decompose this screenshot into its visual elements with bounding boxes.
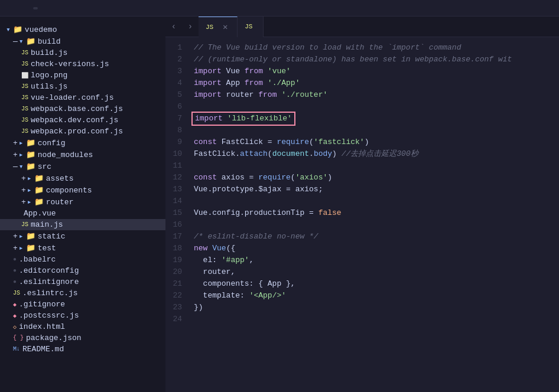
sidebar-item-assets[interactable]: +▸📁assets	[0, 172, 165, 184]
code-line-4: import App from './App'	[194, 77, 559, 89]
sidebar-item-eslintignore[interactable]: ●.eslintignore	[0, 276, 165, 288]
sidebar-label-webpack_base_conf_js: webpack.base.conf.js	[31, 104, 123, 113]
sidebar-label-assets: assets	[46, 174, 74, 183]
sidebar-label-babelrc: .babelrc	[19, 255, 56, 264]
sidebar-label-check_versions_js: check-versions.js	[31, 60, 109, 68]
line-num-24: 24	[170, 313, 182, 325]
line-num-19: 19	[170, 254, 182, 266]
sidebar-header	[0, 17, 165, 24]
tab-main-js[interactable]: JS ✕	[199, 17, 238, 37]
line-num-12: 12	[170, 172, 182, 184]
sidebar-label-package_json: package.json	[26, 334, 82, 342]
sidebar-item-readme_md[interactable]: M↓README.md	[0, 344, 165, 355]
sidebar-item-node_modules[interactable]: +▸📁node_modules	[0, 149, 165, 161]
sidebar-content: ▾📁vuedemo—▾📁buildJSbuild.jsJScheck-versi…	[0, 24, 165, 392]
sidebar-item-vuedemo[interactable]: ▾📁vuedemo	[0, 24, 165, 35]
line-num-4: 4	[170, 77, 182, 89]
sidebar-item-test[interactable]: +▸📁test	[0, 242, 165, 254]
line-num-11: 11	[170, 160, 182, 172]
sidebar-label-editorconfig: .editorconfig	[19, 266, 79, 275]
code-line-11	[194, 160, 559, 172]
tab-bar: ‹ › JS ✕ JS	[165, 17, 559, 37]
code-line-20: router,	[194, 266, 559, 278]
sidebar-item-logo_png[interactable]: ⬜logo.png	[0, 70, 165, 81]
menu-edit[interactable]	[19, 7, 24, 9]
sidebar-label-webpack_dev_conf_js: webpack.dev.conf.js	[31, 116, 118, 125]
sidebar-item-components[interactable]: +▸📁components	[0, 184, 165, 196]
sidebar-item-index_html[interactable]: ◇index.html	[0, 321, 165, 332]
menu-file[interactable]	[5, 7, 9, 9]
line-num-13: 13	[170, 184, 182, 195]
sidebar-label-main_js: main.js	[31, 220, 63, 229]
sidebar-item-src[interactable]: —▾📁src	[0, 161, 165, 172]
sidebar-item-check_versions_js[interactable]: JScheck-versions.js	[0, 58, 165, 70]
code-editor[interactable]: 123456789101112131415161718192021222324 …	[165, 37, 559, 392]
line-num-5: 5	[170, 89, 182, 101]
sidebar-item-build[interactable]: —▾📁build	[0, 35, 165, 47]
sidebar-label-webpack_prod_conf_js: webpack.prod.conf.js	[31, 127, 123, 136]
sidebar-item-main_js[interactable]: JSmain.js	[0, 219, 165, 230]
sidebar: ▾📁vuedemo—▾📁buildJSbuild.jsJScheck-versi…	[0, 17, 165, 392]
line-num-1: 1	[170, 42, 182, 54]
sidebar-label-eslintignore: .eslintignore	[19, 277, 79, 286]
code-content: // The Vue build version to load with th…	[189, 37, 559, 392]
code-line-2: // (runtime-only or standalone) has been…	[194, 54, 559, 66]
sidebar-label-src: src	[38, 162, 51, 171]
sidebar-item-app_vue[interactable]: App.vue	[0, 208, 165, 219]
line-num-8: 8	[170, 125, 182, 136]
sidebar-item-build_js[interactable]: JSbuild.js	[0, 47, 165, 58]
sidebar-item-babelrc[interactable]: ●.babelrc	[0, 254, 165, 265]
code-line-21: components: { App },	[194, 278, 559, 290]
sidebar-item-gitignore[interactable]: ◆.gitignore	[0, 299, 165, 310]
sidebar-label-build_js: build.js	[31, 48, 67, 57]
menu-view[interactable]	[61, 7, 66, 9]
menu-bar	[0, 0, 559, 17]
menu-find[interactable]	[47, 7, 52, 9]
code-line-1: // The Vue build version to load with th…	[194, 42, 559, 54]
tab-close-main-js[interactable]: ✕	[220, 22, 230, 32]
sidebar-label-test: test	[38, 244, 56, 253]
sidebar-label-utils_js: utils.js	[31, 82, 67, 91]
sidebar-item-static[interactable]: +▸📁static	[0, 230, 165, 242]
code-line-18: new Vue({	[194, 243, 559, 254]
menu-project[interactable]	[104, 7, 109, 9]
code-line-9: const FastClick = require('fastclick')	[194, 136, 559, 148]
sidebar-label-vuedemo: vuedemo	[25, 25, 57, 34]
code-line-10: FastClick.attach(document.body) //去掉点击延迟…	[194, 148, 559, 160]
menu-selection[interactable]	[33, 7, 38, 9]
menu-goto[interactable]	[76, 7, 80, 9]
menu-preferences[interactable]	[118, 7, 123, 9]
tab-utils-js[interactable]: JS	[238, 17, 264, 37]
sidebar-label-components: components	[46, 186, 92, 195]
sidebar-item-router[interactable]: +▸📁router	[0, 196, 165, 208]
sidebar-item-webpack_dev_conf_js[interactable]: JSwebpack.dev.conf.js	[0, 115, 165, 126]
tab-nav-next[interactable]: ›	[182, 17, 199, 37]
tab-nav-prev[interactable]: ‹	[165, 17, 182, 37]
sidebar-item-webpack_prod_conf_js[interactable]: JSwebpack.prod.conf.js	[0, 126, 165, 137]
code-line-19: el: '#app',	[194, 254, 559, 266]
line-num-14: 14	[170, 195, 182, 207]
sidebar-label-gitignore: .gitignore	[19, 300, 65, 309]
main-layout: ▾📁vuedemo—▾📁buildJSbuild.jsJScheck-versi…	[0, 17, 559, 392]
menu-help[interactable]	[132, 7, 137, 9]
line-num-20: 20	[170, 266, 182, 278]
menu-tools[interactable]	[90, 7, 95, 9]
sidebar-item-utils_js[interactable]: JSutils.js	[0, 81, 165, 92]
code-line-16	[194, 219, 559, 231]
sidebar-item-editorconfig[interactable]: ●.editorconfig	[0, 265, 165, 276]
sidebar-label-index_html: index.html	[19, 322, 65, 331]
sidebar-item-config[interactable]: +▸📁config	[0, 137, 165, 149]
line-num-21: 21	[170, 278, 182, 290]
line-num-22: 22	[170, 290, 182, 302]
sidebar-item-vue_loader_conf_js[interactable]: JSvue-loader.conf.js	[0, 92, 165, 103]
line-num-6: 6	[170, 101, 182, 113]
sidebar-item-postcssrc_js[interactable]: ◆.postcssrc.js	[0, 310, 165, 321]
sidebar-item-webpack_base_conf_js[interactable]: JSwebpack.base.conf.js	[0, 103, 165, 115]
sidebar-label-config: config	[38, 139, 66, 148]
tab-icon-js: JS	[206, 24, 213, 31]
code-line-5: import router from './router'	[194, 89, 559, 101]
sidebar-item-eslintrc_js[interactable]: JS.eslintrc.js	[0, 288, 165, 299]
code-line-15: Vue.config.productionTip = false	[194, 207, 559, 219]
sidebar-item-package_json[interactable]: { }package.json	[0, 332, 165, 344]
sidebar-label-vue_loader_conf_js: vue-loader.conf.js	[31, 93, 113, 102]
